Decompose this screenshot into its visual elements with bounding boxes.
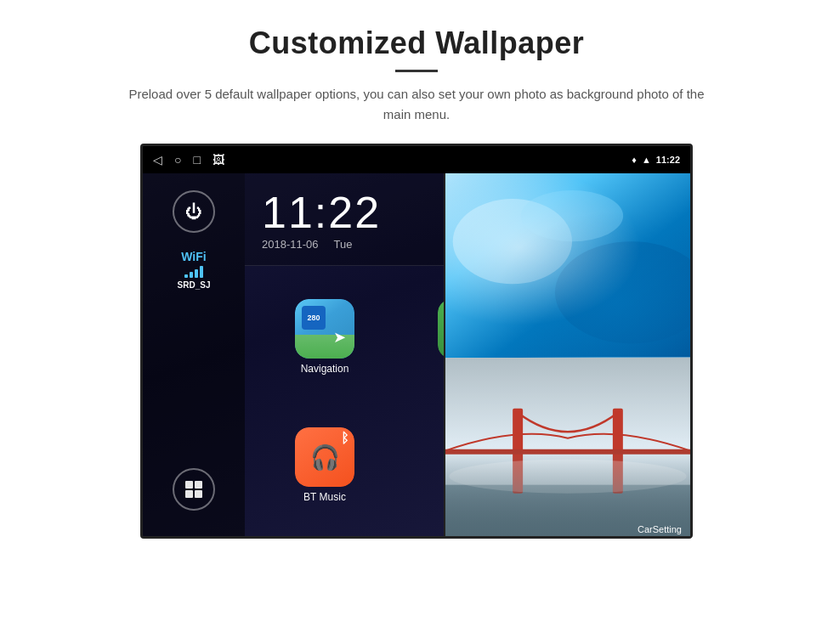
svg-point-29	[449, 459, 686, 493]
bt-music-icon: 🎧 ᛒ	[295, 427, 354, 487]
wifi-bar-3	[195, 269, 198, 278]
status-icons: ♦ ▲ 11:22	[632, 155, 680, 165]
page-title: Customized Wallpaper	[249, 25, 585, 61]
svg-rect-26	[513, 408, 523, 493]
wifi-bar-1	[184, 274, 188, 278]
wallpaper-thumb-ice[interactable]	[444, 173, 690, 358]
car-setting-label: CarSetting	[638, 524, 682, 534]
sidebar: ⏻ WiFi SRD_SJ	[143, 173, 245, 536]
screen-content: ⏻ WiFi SRD_SJ	[143, 173, 690, 536]
wallpaper-thumb-bridge[interactable]: CarSetting	[444, 358, 690, 539]
golden-gate-svg	[445, 358, 690, 539]
power-button[interactable]: ⏻	[173, 190, 215, 233]
nav-arrow-icon: ➤	[333, 328, 346, 347]
clock-date: 2018-11-06 Tue	[262, 238, 381, 251]
wifi-bar-4	[200, 266, 203, 278]
wifi-info: WiFi SRD_SJ	[178, 250, 211, 290]
recents-button[interactable]: □	[193, 153, 200, 167]
home-button[interactable]: ○	[174, 153, 181, 167]
app-bt-music[interactable]: 🎧 ᛒ BT Music	[253, 401, 396, 529]
bluetooth-symbol: ᛒ	[341, 431, 349, 446]
wifi-signal	[184, 266, 203, 278]
svg-rect-24	[445, 358, 690, 539]
wallpaper-stack: CarSetting	[444, 173, 690, 539]
bt-music-label: BT Music	[303, 491, 346, 503]
svg-rect-27	[613, 408, 623, 493]
svg-point-22	[555, 241, 690, 343]
title-divider	[395, 70, 438, 72]
nav-buttons: ◁ ○ □ 🖼	[153, 153, 224, 167]
svg-rect-3	[195, 490, 202, 498]
svg-point-21	[453, 199, 572, 284]
sidebar-top: ⏻ WiFi SRD_SJ	[173, 190, 215, 290]
app-navigation[interactable]: 280 ➤ Navigation	[253, 273, 396, 401]
page-subtitle: Preload over 5 default wallpaper options…	[128, 84, 706, 125]
wifi-network: SRD_SJ	[178, 280, 211, 290]
svg-rect-1	[195, 481, 202, 489]
nav-shield-badge: 280	[302, 306, 326, 330]
grid-icon	[184, 479, 204, 500]
status-time: 11:22	[656, 155, 680, 165]
status-bar: ◁ ○ □ 🖼 ♦ ▲ 11:22	[143, 146, 690, 173]
ice-cave-svg	[445, 173, 690, 358]
wifi-status-icon: ▲	[642, 155, 651, 165]
svg-rect-20	[445, 173, 690, 358]
svg-rect-2	[185, 490, 193, 498]
apps-grid-button[interactable]	[173, 468, 215, 511]
svg-rect-28	[445, 449, 690, 454]
golden-gate-wallpaper	[445, 358, 690, 539]
android-screen: ◁ ○ □ 🖼 ♦ ▲ 11:22 ⏻ WiFi	[140, 144, 693, 539]
navigation-label: Navigation	[301, 363, 349, 375]
ice-cave-wallpaper	[445, 173, 690, 358]
screenshot-button[interactable]: 🖼	[212, 153, 224, 167]
wifi-label: WiFi	[181, 250, 206, 263]
page-container: Customized Wallpaper Preload over 5 defa…	[0, 0, 833, 644]
svg-point-23	[521, 190, 623, 241]
location-icon: ♦	[632, 155, 637, 165]
clock-info: 11:22 2018-11-06 Tue	[262, 190, 381, 251]
clock-time: 11:22	[262, 190, 381, 234]
svg-rect-0	[185, 481, 193, 489]
sidebar-bottom	[173, 468, 215, 511]
headphone-icon: 🎧	[310, 443, 340, 472]
navigation-icon: 280 ➤	[295, 299, 354, 359]
clock-day: Tue	[334, 238, 353, 251]
clock-date-value: 2018-11-06	[262, 238, 319, 251]
back-button[interactable]: ◁	[153, 153, 162, 167]
wifi-bar-2	[190, 272, 193, 278]
power-icon: ⏻	[185, 202, 202, 222]
